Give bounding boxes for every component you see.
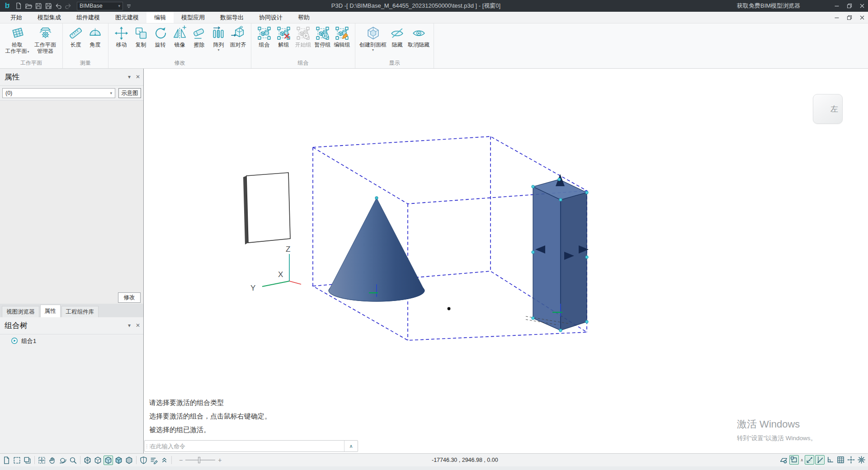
ribbon-button-workplane-manager[interactable]: 工作平面管理器	[31, 25, 59, 54]
menu-tab-element-modeling[interactable]: 图元建模	[108, 12, 146, 23]
window-buttons	[834, 0, 865, 12]
close-button[interactable]	[859, 3, 865, 9]
panel-tab-component-library[interactable]: 工程组件库	[61, 306, 99, 317]
flyout-caret-icon[interactable]: ∧	[800, 458, 803, 462]
play-circle-icon[interactable]	[11, 337, 18, 346]
zoom-out-icon[interactable]: −	[176, 456, 185, 464]
zoom-slider[interactable]: − +	[176, 456, 224, 464]
dynamic-input-icon[interactable]	[846, 455, 856, 465]
workspace-combo[interactable]: BIMBase ▾	[77, 2, 123, 10]
menu-tab-edit[interactable]: 编辑	[146, 12, 174, 23]
new-sheet-icon[interactable]	[2, 456, 11, 465]
ribbon-button-copy[interactable]: 复制	[131, 25, 151, 48]
settings-icon[interactable]	[857, 455, 866, 465]
collapse-icon[interactable]	[160, 456, 169, 465]
ribbon-button-length[interactable]: 长度	[66, 25, 85, 48]
view-cube[interactable]: 左	[813, 94, 843, 124]
object-snap-icon[interactable]	[779, 455, 788, 465]
ribbon-button-unhide[interactable]: 取消隐藏	[407, 25, 430, 48]
menu-tab-component-modeling[interactable]: 组件建模	[69, 12, 108, 23]
snap-tracking-icon[interactable]	[815, 455, 825, 465]
pane-close-icon[interactable]: ✕	[135, 322, 141, 329]
undo-icon[interactable]	[53, 1, 63, 10]
dropdown-caret-icon[interactable]: ▾	[372, 48, 374, 52]
close-button[interactable]	[859, 14, 865, 21]
diagram-button[interactable]: 示意图	[118, 88, 141, 98]
ribbon-button-mirror[interactable]: 镜像	[170, 25, 189, 48]
ribbon-button-ungroup[interactable]: 解组	[274, 25, 293, 48]
view-shaded-edges-icon[interactable]	[114, 456, 123, 465]
ribbon-button-create-section-box[interactable]: 创建剖面框▾	[359, 25, 387, 52]
menu-tab-data-export[interactable]: 数据导出	[212, 12, 251, 23]
restore-button[interactable]	[846, 3, 853, 9]
save-icon[interactable]	[33, 1, 43, 10]
grid-display-icon[interactable]	[836, 455, 845, 465]
pan-icon[interactable]	[47, 456, 57, 465]
promo-link[interactable]: 获取免费BIM模型浏览器	[737, 2, 814, 10]
toolbar-options-icon[interactable]	[125, 2, 133, 10]
ribbon-button-array[interactable]: 阵列▾	[209, 25, 228, 52]
menu-tab-model-application[interactable]: 模型应用	[174, 12, 212, 23]
ribbon-button-face-align[interactable]: 面对齐	[228, 25, 248, 48]
selection-filter-icon[interactable]	[149, 456, 159, 465]
view-hidden-line-icon[interactable]	[93, 456, 103, 465]
menu-tab-help[interactable]: 帮助	[290, 12, 317, 23]
menu-tab-model-integration[interactable]: 模型集成	[30, 12, 69, 23]
redo-icon[interactable]	[63, 1, 73, 10]
panel-object[interactable]	[243, 173, 290, 244]
menu-tab-home[interactable]: 开始	[3, 12, 30, 23]
ribbon-button-edit-group[interactable]: 编辑组	[332, 25, 352, 48]
3d-viewport[interactable]: Z Y X 左 请选择要激活的组合类型选择要激活的组合，点击鼠标右键确定。被选择…	[144, 69, 868, 453]
ribbon-button-pause-group[interactable]: 暂停组	[313, 25, 332, 48]
panel-tab-view-browser[interactable]: 视图浏览器	[2, 306, 39, 317]
orbit-icon[interactable]	[58, 456, 67, 465]
panel-tab-properties[interactable]: 属性	[40, 305, 61, 317]
ribbon-button-start-group[interactable]: 开始组	[293, 25, 313, 48]
drag-grip-icon[interactable]: ⋮⋮	[145, 444, 150, 449]
modify-button[interactable]: 修改	[118, 292, 141, 303]
zoom-extents-icon[interactable]	[37, 456, 47, 465]
selection-combo[interactable]: (0) ▾	[2, 88, 115, 98]
new-view-icon[interactable]	[23, 456, 32, 465]
zoom-window-icon[interactable]	[68, 456, 78, 465]
zoom-slider-handle[interactable]	[198, 457, 200, 463]
new-file-icon[interactable]	[14, 1, 24, 10]
ribbon-button-move[interactable]: 移动	[112, 25, 131, 48]
point-object[interactable]	[448, 307, 451, 310]
view-shaded-icon[interactable]	[104, 456, 113, 465]
bimbase-logo-icon: b*	[3, 1, 12, 10]
menu-tab-collaborative-design[interactable]: 协同设计	[251, 12, 290, 23]
dropdown-caret-icon[interactable]: ▾	[217, 48, 219, 52]
open-file-icon[interactable]	[24, 1, 33, 10]
ribbon-button-pick-workplane[interactable]: 拾取工作平面▾	[3, 25, 31, 55]
pane-close-icon[interactable]: ✕	[135, 74, 141, 80]
save-as-icon[interactable]	[43, 1, 53, 10]
cone-apex-handle[interactable]	[375, 197, 378, 199]
minimize-button[interactable]	[834, 14, 840, 21]
view-cube-face-label: 左	[830, 104, 838, 114]
tree-item[interactable]: 组合1	[0, 336, 143, 347]
ortho-mode-icon[interactable]	[826, 455, 835, 465]
box-select-icon[interactable]	[12, 456, 22, 465]
ribbon-button-rotate[interactable]: 旋转	[151, 25, 170, 48]
pane-collapse-icon[interactable]: ▾	[126, 74, 132, 80]
selected-box-object[interactable]	[533, 179, 587, 330]
zoom-slider-track[interactable]	[185, 460, 215, 461]
command-expand-button[interactable]: ∧	[344, 441, 358, 451]
ribbon-button-erase[interactable]: 擦除	[189, 25, 209, 48]
pane-collapse-icon[interactable]: ▾	[126, 322, 132, 329]
selection-cycling-icon[interactable]	[789, 455, 799, 465]
cone-object[interactable]	[329, 197, 425, 301]
ribbon-group-buttons: 创建剖面框▾隐藏取消隐藏	[359, 24, 430, 59]
view-wireframe-icon[interactable]	[83, 456, 92, 465]
minimize-button[interactable]	[834, 3, 840, 9]
view-solid-icon[interactable]	[124, 456, 134, 465]
command-input[interactable]	[150, 443, 344, 450]
polar-tracking-icon[interactable]	[805, 455, 814, 465]
ribbon-button-angle[interactable]: 角度	[85, 25, 105, 48]
selection-shield-icon[interactable]	[139, 456, 148, 465]
ribbon-button-hide[interactable]: 隐藏	[387, 25, 407, 48]
restore-button[interactable]	[846, 14, 853, 21]
zoom-in-icon[interactable]: +	[215, 456, 224, 464]
ribbon-button-group[interactable]: 组合	[255, 25, 274, 48]
